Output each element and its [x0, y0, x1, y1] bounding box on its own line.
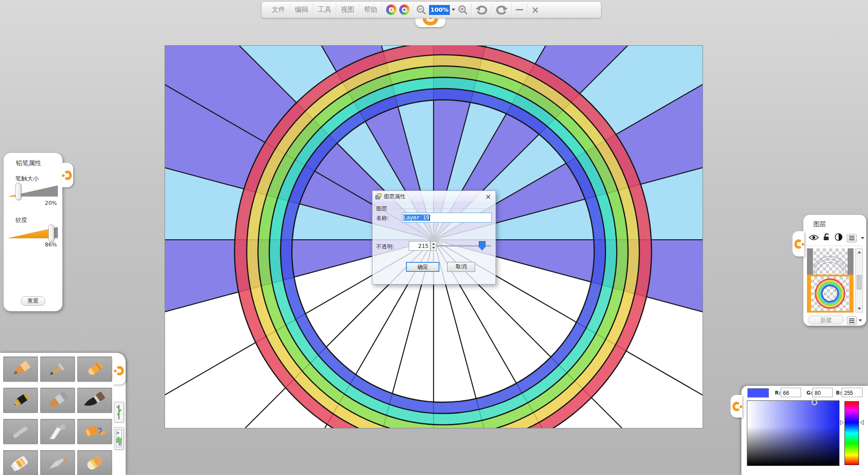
close-button[interactable]: × [528, 5, 543, 15]
reset-button[interactable]: 重置 [21, 296, 45, 306]
layer-properties-dialog: 图层属性 × 图层 名称: Layer 19 不透明: 215 确定 取消 [372, 190, 496, 285]
dialog-close-icon[interactable]: × [485, 192, 492, 201]
hue-marker-right[interactable] [860, 420, 864, 425]
layers-panel-collapse-tab[interactable] [793, 231, 804, 256]
layer-menu-button[interactable] [847, 234, 857, 242]
tool-crayon[interactable] [77, 356, 112, 382]
sticker-stamps-button[interactable] [114, 427, 124, 450]
tool-paint-roller[interactable] [77, 419, 112, 444]
main-toolbar: 文件 编辑 工具 视图 帮助 100% × [261, 1, 601, 18]
layers-panel-title: 图层 [813, 220, 826, 228]
softness-handle[interactable] [48, 224, 54, 242]
tool-fountain-pen[interactable] [3, 388, 38, 413]
blue-input[interactable] [842, 388, 863, 397]
color-panel-collapse-tab[interactable] [731, 395, 742, 418]
clown-ear-icon [115, 366, 124, 375]
layer-thumbnail-rainbow-selected[interactable] [807, 275, 854, 313]
tool-airbrush[interactable] [3, 419, 38, 444]
name-label: 名称: [376, 214, 389, 222]
palette-collapse-tab[interactable] [113, 356, 126, 385]
zoom-level-value[interactable]: 100% [429, 5, 450, 15]
green-input[interactable] [812, 388, 833, 397]
selected-text: Layer 19 [403, 214, 429, 221]
minimize-button[interactable] [512, 2, 527, 18]
opacity-input[interactable]: 215 [409, 241, 430, 251]
toolbar-separator [413, 3, 414, 17]
dialog-titlebar[interactable]: 图层属性 [373, 191, 495, 202]
pencil-properties-panel: 铅笔属性 笔触大小 20% 软度 86% 重置 [4, 153, 62, 311]
red-label: R: [775, 390, 781, 396]
zoom-in-button[interactable] [458, 2, 468, 18]
green-label: G: [807, 390, 812, 396]
zoom-out-button[interactable] [416, 2, 426, 18]
clown-ear-icon [794, 239, 803, 249]
pencil-panel-title: 铅笔属性 [16, 159, 41, 167]
layers-panel: 图层 新建 [803, 215, 866, 326]
layer-thumbnail-sketch[interactable] [807, 248, 854, 275]
softness-value: 86% [8, 242, 57, 248]
zoom-dropdown-caret[interactable] [452, 9, 455, 11]
tools-palette-panel [0, 353, 126, 475]
layer-menu-caret[interactable] [861, 237, 864, 239]
tool-sharp-pencil[interactable] [3, 356, 38, 382]
clown-ear-icon [63, 171, 72, 180]
tool-paint-tube[interactable] [3, 450, 38, 475]
layer-group-label: 图层 [376, 205, 387, 213]
current-color-swatch[interactable] [747, 388, 769, 398]
brush-size-handle[interactable] [15, 183, 21, 200]
layer-lock-icon[interactable] [823, 233, 830, 243]
tool-ink-brush[interactable] [77, 388, 112, 413]
menu-view[interactable]: 视图 [336, 5, 359, 14]
hue-bar[interactable] [844, 401, 859, 465]
tool-flat-brush[interactable] [40, 388, 75, 413]
scrollbar-thumb[interactable] [857, 275, 862, 290]
scroll-up-arrow[interactable] [858, 251, 861, 253]
gradient-cursor[interactable] [811, 399, 817, 405]
brush-size-slider[interactable] [8, 185, 58, 198]
layer-name-input[interactable]: Layer 19 [402, 213, 492, 223]
color-wheel-icon[interactable] [398, 2, 411, 18]
layer-properties-icon [375, 193, 382, 200]
opacity-label: 不透明: [376, 243, 394, 251]
opacity-slider-track[interactable] [436, 245, 491, 247]
layers-separator [806, 246, 863, 246]
saturation-value-gradient[interactable] [747, 400, 840, 466]
redo-button[interactable] [492, 2, 511, 18]
dialog-title: 图层属性 [384, 193, 406, 200]
undo-button[interactable] [472, 2, 491, 18]
red-input[interactable] [781, 388, 801, 397]
menu-help[interactable]: 帮助 [359, 5, 382, 14]
brush-size-value: 20% [8, 200, 57, 206]
tool-palette-knife[interactable] [40, 419, 75, 444]
hue-marker-left[interactable] [840, 420, 844, 425]
scroll-down-arrow[interactable] [858, 308, 861, 310]
color-picker-panel: R: G: B: [741, 386, 868, 475]
brush-size-label: 笔触大小 [15, 175, 39, 183]
softness-label: 软度 [15, 216, 27, 224]
layer-opacity-contrast-icon[interactable] [835, 233, 843, 243]
clown-ear-icon [732, 402, 741, 411]
menu-edit[interactable]: 编辑 [290, 5, 313, 14]
tool-eraser[interactable] [77, 450, 112, 475]
layers-bottom-menu-caret[interactable] [859, 319, 862, 322]
toolbar-separator [382, 3, 382, 17]
layers-bottom-menu-button[interactable] [847, 316, 857, 325]
nature-brushes-button[interactable] [114, 402, 124, 423]
clown-palette-icon[interactable] [385, 2, 398, 18]
clown-smile-icon [423, 19, 438, 25]
pencil-panel-collapse-tab[interactable] [61, 163, 73, 187]
cancel-button[interactable]: 取消 [447, 262, 475, 272]
layer-visibility-eye-icon[interactable] [809, 234, 819, 242]
menu-tools[interactable]: 工具 [313, 5, 336, 14]
tool-dip-pen[interactable] [40, 450, 75, 475]
new-layer-button[interactable]: 新建 [808, 316, 844, 324]
menu-file[interactable]: 文件 [267, 5, 290, 14]
mascot-clown-tab[interactable] [415, 18, 445, 27]
layers-scrollbar[interactable] [855, 248, 863, 313]
softness-slider[interactable] [8, 226, 58, 240]
group-rule [392, 209, 491, 209]
ok-button[interactable]: 确定 [406, 262, 439, 272]
opacity-slider-thumb[interactable] [479, 241, 486, 251]
tool-wood-pencil[interactable] [40, 356, 75, 382]
blue-label: B: [836, 390, 842, 396]
